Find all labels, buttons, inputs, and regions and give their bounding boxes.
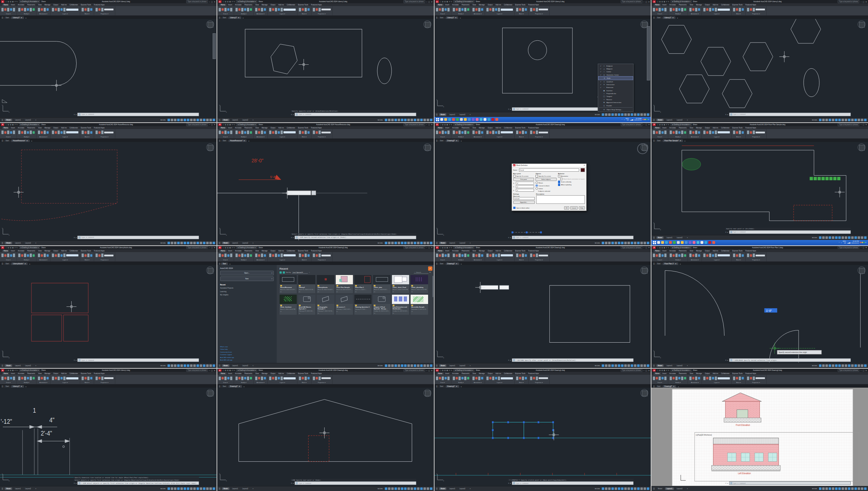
ribbon-tab-manage[interactable]: Manage	[477, 127, 486, 129]
customize-icon[interactable]: ✕	[74, 359, 75, 361]
open-icon[interactable]: ▤	[442, 369, 443, 371]
customize-icon[interactable]: ✕	[291, 482, 292, 484]
snap-icon[interactable]	[605, 242, 607, 244]
tool-icon[interactable]	[478, 254, 480, 257]
grid-icon[interactable]	[819, 364, 821, 367]
radio-option[interactable]: Convert to block	[535, 185, 557, 187]
ribbon-tab-featured-apps[interactable]: Featured Apps	[92, 127, 106, 129]
osnap-icon[interactable]	[404, 364, 407, 367]
tool-icon[interactable]	[664, 8, 666, 11]
recent-file-card[interactable]: Floor Plan 1March 15, 2024 1:…▭	[354, 275, 372, 293]
ribbon-tab-collaborate[interactable]: Collaborate	[503, 127, 514, 129]
tool-icon[interactable]	[96, 8, 98, 11]
ribbon-tab-view[interactable]: View	[471, 250, 477, 252]
command-input[interactable]: Type a command	[729, 113, 851, 116]
add-layout-button[interactable]: +	[685, 364, 689, 367]
add-layout-button[interactable]: +	[34, 487, 38, 490]
ribbon-tab-home[interactable]: Home	[219, 4, 227, 6]
tool-icon[interactable]	[712, 131, 714, 134]
autocad-logo-icon[interactable]: A	[1, 123, 4, 126]
tool-icon[interactable]	[258, 254, 260, 257]
tool-icon[interactable]	[675, 8, 678, 11]
snap-icon[interactable]	[605, 487, 607, 490]
tool-icon[interactable]	[281, 254, 283, 257]
tool-icon[interactable]	[305, 131, 307, 134]
tool-icon[interactable]	[44, 377, 46, 380]
new-icon[interactable]: ▢	[5, 369, 7, 371]
tool-icon[interactable]	[447, 131, 450, 134]
close-icon[interactable]: ✕	[456, 386, 457, 387]
ortho-icon[interactable]	[391, 242, 394, 244]
ribbon-tab-home[interactable]: Home	[437, 4, 444, 6]
tool-icon[interactable]	[224, 131, 227, 134]
tool-icon[interactable]	[486, 8, 489, 11]
minimize-button[interactable]: –	[644, 369, 645, 372]
title-search-box[interactable]: Type a keyword or phrase	[621, 123, 642, 126]
tool-icon[interactable]	[695, 254, 697, 257]
taskbar-app-icon[interactable]	[460, 118, 463, 121]
tool-icon[interactable]	[84, 254, 87, 257]
annotation-scale-icon[interactable]	[200, 364, 202, 367]
workspace-icon[interactable]	[420, 119, 423, 121]
tool-icon[interactable]	[436, 377, 438, 380]
otrack-icon[interactable]	[184, 364, 186, 367]
tool-icon[interactable]	[673, 131, 675, 134]
tool-icon[interactable]	[98, 377, 101, 379]
taskbar-app-icon[interactable]	[693, 241, 695, 244]
ribbon-tab-featured-apps[interactable]: Featured Apps	[744, 250, 758, 252]
tool-icon[interactable]	[715, 131, 717, 134]
ribbon-tab-annotate[interactable]: Annotate	[451, 4, 460, 6]
block-name-input[interactable]: Duct ▾	[519, 168, 579, 172]
open-icon[interactable]: ▤	[442, 124, 443, 126]
tool-icon[interactable]	[486, 254, 489, 257]
bylayer-bar[interactable]	[756, 132, 765, 133]
tool-icon[interactable]	[60, 131, 63, 134]
tool-icon[interactable]	[13, 377, 15, 380]
ortho-icon[interactable]	[608, 364, 611, 367]
taskbar-app-icon[interactable]	[464, 118, 467, 121]
bylayer-bar[interactable]	[321, 9, 331, 10]
annotation-scale-icon[interactable]	[200, 119, 202, 121]
wrench-icon[interactable]: ▸	[293, 113, 294, 116]
ribbon-tab-insert[interactable]: Insert	[661, 127, 668, 129]
ortho-icon[interactable]	[391, 487, 394, 490]
tool-icon[interactable]	[456, 131, 458, 134]
ribbon-tab-home[interactable]: Home	[2, 127, 9, 129]
osnap-icon[interactable]	[838, 236, 841, 239]
tool-icon[interactable]	[709, 254, 711, 257]
tool-icon[interactable]	[319, 254, 321, 257]
annotation-visibility-icon[interactable]	[858, 364, 860, 367]
customization-icon[interactable]	[430, 119, 432, 121]
isodraft-icon[interactable]	[832, 487, 834, 490]
tool-icon[interactable]	[219, 254, 221, 257]
tool-icon[interactable]	[467, 254, 469, 257]
link-customer-support[interactable]: Customer support	[220, 354, 274, 355]
tool-icon[interactable]	[742, 254, 744, 257]
drawing-canvas[interactable]: YXSpecify opposite corner or [Area/Dimen…	[217, 19, 434, 117]
drawing-canvas[interactable]: YX✕▸Type a command	[0, 265, 217, 363]
viewcube[interactable]	[206, 389, 214, 397]
tool-icon[interactable]	[24, 377, 26, 380]
drawing-canvas[interactable]: YX✕▸* RECTANG Specify other corner point…	[435, 265, 651, 363]
ribbon-tab-add-ins[interactable]: Add-ins	[711, 250, 720, 252]
ribbon-tab-featured-apps[interactable]: Featured Apps	[310, 372, 323, 375]
search-input[interactable]: ○Search	[414, 271, 428, 274]
polar-icon[interactable]	[611, 113, 614, 116]
ribbon-tab-collaborate[interactable]: Collaborate	[720, 372, 731, 375]
tool-icon[interactable]	[250, 377, 252, 379]
wrench-icon[interactable]: ▸	[727, 359, 728, 361]
isodraft-icon[interactable]	[398, 487, 400, 490]
polar-icon[interactable]	[829, 236, 831, 239]
ribbon-tab-annotate[interactable]: Annotate	[16, 250, 26, 252]
tool-icon[interactable]	[305, 8, 307, 11]
annotation-scale-icon[interactable]	[200, 242, 202, 244]
tool-icon[interactable]	[247, 254, 249, 257]
tool-icon[interactable]	[747, 254, 749, 257]
ribbon-tab-featured-apps[interactable]: Featured Apps	[92, 372, 106, 375]
ribbon-tab-manage[interactable]: Manage	[695, 250, 704, 252]
tool-icon[interactable]	[98, 254, 101, 257]
annotation-scale-icon[interactable]	[417, 364, 420, 367]
lineweight-icon[interactable]	[407, 487, 410, 490]
layout-tab-layout1[interactable]: Layout1	[231, 364, 239, 367]
customize-icon[interactable]: ✕	[291, 113, 292, 116]
